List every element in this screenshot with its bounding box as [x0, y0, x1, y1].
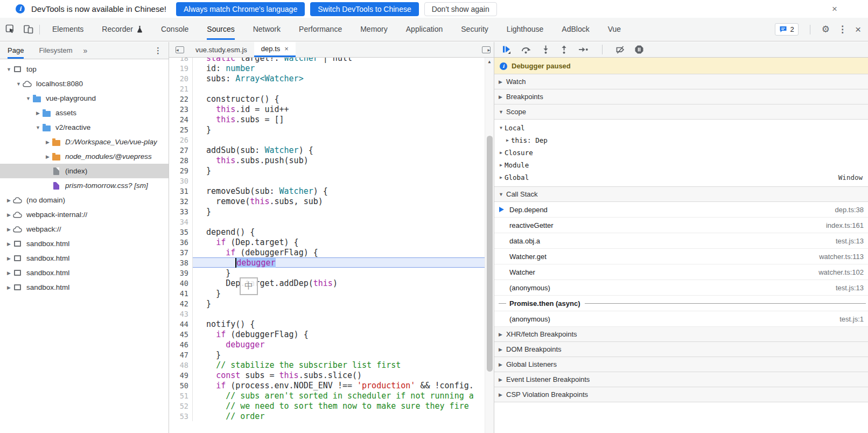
expander-icon[interactable]: ▶ — [5, 198, 13, 203]
expander-icon[interactable]: ▶ — [5, 227, 13, 232]
line-number[interactable]: 21 — [169, 83, 193, 94]
code-line-content[interactable]: removeSub(sub: Watcher) { — [193, 186, 494, 196]
stack-frame[interactable]: Promise.then (async) — [494, 296, 868, 311]
scrollbar-thumb[interactable] — [487, 136, 493, 372]
line-number[interactable]: 48 — [169, 360, 193, 370]
stack-frame[interactable]: Dep.dependdep.ts:38 — [494, 202, 868, 218]
expander-icon[interactable]: ▶ — [5, 270, 13, 276]
expander-icon[interactable]: ▼ — [15, 81, 23, 87]
tab-adblock[interactable]: AdBlock — [552, 18, 598, 41]
hide-navigator-icon[interactable]: ◀ — [176, 46, 184, 53]
close-tab-icon[interactable]: × — [284, 45, 289, 53]
code-line-content[interactable]: } — [193, 350, 494, 360]
expander-icon[interactable]: ▶ — [34, 110, 42, 116]
line-number[interactable]: 45 — [169, 329, 193, 339]
line-number[interactable]: 19 — [169, 63, 193, 73]
line-number[interactable]: 39 — [169, 268, 193, 278]
expander-icon[interactable]: ▶ — [498, 150, 505, 155]
code-line-content[interactable]: } — [193, 288, 494, 298]
banner-button-switch-devtools-to-chinese[interactable]: Switch DevTools to Chinese — [310, 2, 419, 16]
section-csp-violation-breakpoints[interactable]: ▶CSP Violation Breakpoints — [494, 387, 868, 402]
line-number[interactable]: 33 — [169, 206, 193, 216]
more-tabs-icon[interactable]: » — [80, 42, 91, 59]
scroll-up-icon[interactable]: ▲ — [485, 59, 494, 64]
line-number[interactable]: 22 — [169, 94, 193, 104]
code-line-content[interactable]: if (process.env.NODE_ENV !== 'production… — [193, 380, 494, 390]
navigator-tab-page[interactable]: Page — [0, 42, 31, 59]
tree-item-top[interactable]: ▼top — [0, 62, 169, 76]
code-line-content[interactable]: } — [193, 298, 494, 309]
expander-icon[interactable]: ▼ — [5, 67, 13, 72]
line-number[interactable]: 24 — [169, 114, 193, 124]
editor-tab-vue-study-esm-js[interactable]: vue.study.esm.js — [188, 42, 254, 57]
close-icon[interactable]: × — [855, 24, 861, 34]
expander-icon[interactable]: ▶ — [504, 138, 511, 143]
code-line-content[interactable]: addSub(sub: Watcher) { — [193, 145, 494, 155]
line-number[interactable]: 42 — [169, 298, 193, 309]
banner-button-always-match-chrome-s-language[interactable]: Always match Chrome's language — [176, 2, 305, 16]
line-number[interactable]: 41 — [169, 288, 193, 298]
line-number[interactable]: 46 — [169, 339, 193, 350]
section-global-listeners[interactable]: ▶Global Listeners — [494, 357, 868, 372]
stack-frame[interactable]: Watcher.getwatcher.ts:113 — [494, 249, 868, 264]
scope-item-closure[interactable]: ▶Closure — [494, 146, 868, 159]
code-line-content[interactable]: constructor() { — [193, 94, 494, 104]
line-number[interactable]: 27 — [169, 145, 193, 155]
code-line-content[interactable] — [193, 216, 494, 227]
line-number[interactable]: 25 — [169, 124, 193, 135]
device-toolbar-icon[interactable] — [23, 24, 34, 34]
stack-frame[interactable]: reactiveGetterindex.ts:161 — [494, 218, 868, 233]
code-line-content[interactable]: const subs = this.subs.slice() — [193, 370, 494, 380]
expander-icon[interactable]: ▼ — [24, 96, 32, 101]
code-line-content[interactable]: subs: Array<Watcher> — [193, 73, 494, 83]
line-number[interactable]: 18 — [169, 58, 193, 63]
code-line-content[interactable]: id: number — [193, 63, 494, 73]
code-line-content[interactable]: debugger — [193, 339, 494, 350]
code-line-content[interactable]: if (Dep.target) { — [193, 237, 494, 247]
code-line-content[interactable]: } — [193, 268, 494, 278]
line-number[interactable]: 53 — [169, 411, 193, 421]
tab-sources[interactable]: Sources — [198, 18, 243, 41]
code-line-content[interactable] — [193, 83, 494, 94]
line-number[interactable]: 44 — [169, 319, 193, 329]
code-line-content[interactable]: Dep.target.addDep(this) — [193, 278, 494, 288]
code-line-content[interactable]: // subs aren't sorted in scheduler if no… — [193, 390, 494, 401]
editor-scrollbar[interactable]: ▲ — [485, 58, 494, 433]
tab-application[interactable]: Application — [397, 18, 452, 41]
line-number[interactable]: 26 — [169, 135, 193, 145]
expander-icon[interactable]: ▶ — [498, 175, 505, 180]
line-number[interactable]: 40 — [169, 278, 193, 288]
section-watch[interactable]: ▶Watch — [494, 74, 868, 89]
banner-button-don-t-show-again[interactable]: Don't show again — [424, 2, 497, 16]
pause-on-exceptions-icon[interactable] — [635, 45, 643, 54]
line-number[interactable]: 35 — [169, 227, 193, 237]
code-line-content[interactable]: } — [193, 124, 494, 135]
code-editor[interactable]: 18 static target?: Watcher | null19 id: … — [169, 58, 494, 433]
line-number[interactable]: 38 — [169, 257, 193, 268]
line-number[interactable]: 52 — [169, 401, 193, 411]
tab-vue[interactable]: Vue — [599, 18, 630, 41]
tree-item-sandbox-html[interactable]: ▶sandbox.html — [0, 236, 169, 251]
tab-recorder[interactable]: Recorder — [93, 18, 152, 41]
section-breakpoints[interactable]: ▶Breakpoints — [494, 89, 868, 104]
expander-icon[interactable]: ▶ — [5, 285, 13, 290]
code-line-content[interactable]: depend() { — [193, 227, 494, 237]
scope-item-module[interactable]: ▶Module — [494, 159, 868, 171]
tree-item--no-domain-[interactable]: ▶(no domain) — [0, 193, 169, 207]
tree-item-node-modules-vuepress[interactable]: ▶node_modules/@vuepress — [0, 149, 169, 164]
tree-item-prism-tomorrow-css-sm-[interactable]: prism-tomorrow.css? [sm] — [0, 178, 169, 193]
line-number[interactable]: 51 — [169, 390, 193, 401]
code-line-content[interactable]: static target?: Watcher | null — [193, 58, 494, 63]
tree-item-sandbox-html[interactable]: ▶sandbox.html — [0, 266, 169, 280]
show-debugger-icon[interactable]: ▶ — [482, 46, 491, 53]
code-line-content[interactable]: } — [193, 165, 494, 176]
tree-item-v2-reactive[interactable]: ▼v2/reactive — [0, 120, 169, 135]
expander-icon[interactable]: ▶ — [44, 139, 52, 145]
stack-frame[interactable]: Watcherwatcher.ts:102 — [494, 264, 868, 280]
navigator-kebab-icon[interactable]: ⋮ — [148, 42, 169, 59]
line-number[interactable]: 28 — [169, 155, 193, 165]
code-line-content[interactable] — [193, 309, 494, 319]
stack-frame[interactable]: (anonymous)test.js:13 — [494, 280, 868, 296]
navigator-tab-filesystem[interactable]: Filesystem — [31, 42, 80, 59]
expander-icon[interactable]: ▶ — [5, 241, 13, 247]
